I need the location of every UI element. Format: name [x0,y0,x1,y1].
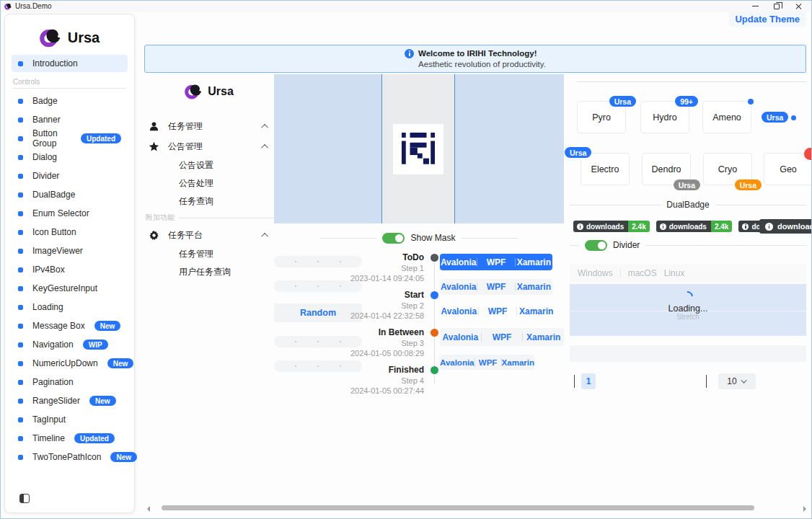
close-button[interactable] [787,0,809,12]
update-theme-button[interactable]: Update Theme [729,12,806,27]
group-button-xamarin[interactable]: Xamarin [517,306,555,316]
page-button[interactable] [616,373,630,389]
page-size-value: 10 [727,376,736,386]
page-size-select[interactable]: 10 [718,373,756,389]
horizontal-scrollbar[interactable] [141,504,812,514]
page-button[interactable] [650,373,665,389]
sidebar-item[interactable]: Icon Button [12,223,128,241]
sidebar-item[interactable]: TagInput [12,410,128,429]
dual-badge-left: downloads [759,219,812,234]
sidebar-item[interactable]: Banner [12,110,128,129]
sidebar-item[interactable]: Navigation WIP [12,335,128,354]
sidebar-item[interactable]: Enum Selector [12,204,128,223]
chevron-right-icon [706,375,707,388]
sidebar-collapse-button[interactable] [19,494,30,503]
sidebar-item[interactable]: Timeline Updated [12,429,128,448]
random-button[interactable]: Random [274,303,362,322]
placeholder-bar [570,345,806,362]
nav-group-task-management[interactable]: 任务管理 [144,116,274,136]
group-button-avalonia[interactable]: Avalonia [440,358,475,367]
info-icon [577,223,583,230]
group-button-avalonia[interactable]: Avalonia [440,332,481,342]
group-button-xamarin[interactable]: Xamarin [502,358,534,367]
group-button-wpf[interactable]: WPF [477,282,514,292]
group-button-wpf[interactable]: WPF [479,306,517,316]
page-button[interactable] [668,373,682,389]
tab-windows[interactable]: Windows [578,268,613,278]
chevron-left-icon [574,375,575,388]
sidebar-item[interactable]: NumericUpDown New [12,354,128,373]
page-button[interactable] [599,373,613,389]
tab-linux[interactable]: Linux [664,268,685,278]
nav-item-label: 任务管理 [179,248,213,260]
sidebar-item[interactable]: TwoTonePathIcon New [12,448,128,466]
chevron-up-icon [261,123,268,130]
minimize-button[interactable] [744,0,766,12]
user-icon [149,121,159,132]
group-button-wpf[interactable]: WPF [477,257,514,267]
masked-tabs: Windows macOS Linux [570,264,806,283]
group-button-xamarin[interactable]: Xamarin [516,282,552,292]
page-button[interactable] [633,373,648,389]
group-button-avalonia[interactable]: Avalonia [440,257,477,267]
image-viewer[interactable] [274,74,564,223]
sidebar-item-label: TagInput [32,414,66,425]
prev-page-button[interactable] [571,375,578,388]
group-button-avalonia[interactable]: Avalonia [440,306,478,316]
nav-group-task-platform[interactable]: 任务平台 [144,225,274,245]
timeline-dot-icon [431,366,438,374]
nav-item-announce-process[interactable]: 公告处理 [144,174,274,192]
bullet-icon [18,136,23,141]
standalone-badge: Ursa [762,112,788,123]
sidebar-item[interactable]: Divider [12,167,128,185]
nav-item-user-task-query[interactable]: 用户任务查询 [144,263,274,281]
timeline-title: Start [350,290,424,300]
page-button-current[interactable]: 1 [581,373,596,389]
sidebar-item[interactable]: KeyGestureInput [12,279,128,298]
scroll-right-icon[interactable] [803,506,806,512]
timeline-step: Step 3 [350,337,424,349]
sidebar-item-introduction[interactable]: Introduction [12,55,128,72]
sidebar-item[interactable]: Badge [12,92,128,110]
nav-item-task-management[interactable]: 任务管理 [144,245,274,263]
timeline-step: Step 4 [350,375,424,386]
sidebar-item[interactable]: Button Group Updated [12,129,128,148]
show-mask-row: Show Mask [274,231,564,244]
group-button-wpf[interactable]: WPF [475,358,501,367]
sidebar-item[interactable]: Dialog [12,148,128,167]
sidebar-item[interactable]: DualBadge [12,185,128,204]
nav-item-task-query[interactable]: 任务查询 [144,192,274,210]
divider-line [570,245,579,246]
scroll-left-icon[interactable] [147,506,150,512]
nav-group-announcement[interactable]: 公告管理 [144,136,274,156]
sidebar-item[interactable]: Message Box New [12,316,128,335]
banner-subtitle: Aesthetic revolution of productivity. [418,59,546,70]
nav-item-announce-setting[interactable]: 公告设置 [144,156,274,174]
sidebar-item[interactable]: IPv4Box [12,260,128,279]
sidebar-item[interactable]: Loading [12,298,128,316]
group-button-wpf[interactable]: WPF [482,332,523,342]
sidebar-item[interactable]: RangeSlider New [12,391,128,410]
button-group-compact: Avalonia WPF Xamarin [440,355,534,370]
group-button-xamarin[interactable]: Xamarin [516,257,552,267]
sidebar-item-badge: New [107,358,134,368]
tab-macos[interactable]: macOS [628,268,657,278]
app-logo-icon [4,3,12,10]
sidebar-item[interactable]: Pagination [12,373,128,391]
titlebar[interactable]: Ursa.Demo [0,0,812,12]
bullet-icon [18,230,23,235]
next-page-button[interactable] [702,375,710,388]
nav-logo-text: Ursa [208,85,234,98]
bullet-icon [18,436,23,441]
show-mask-toggle[interactable] [382,233,405,244]
card-label: Ameno [712,112,741,123]
sidebar-item-label: Dialog [32,152,57,162]
page-button[interactable] [685,373,700,389]
scrollbar-thumb[interactable] [162,505,754,510]
divider-toggle[interactable] [585,240,607,251]
group-button-avalonia[interactable]: Avalonia [440,282,477,292]
sidebar-divider [13,88,126,89]
group-button-xamarin[interactable]: Xamarin [523,332,564,342]
restore-button[interactable] [766,0,787,12]
sidebar-item[interactable]: ImageViewer [12,241,128,260]
